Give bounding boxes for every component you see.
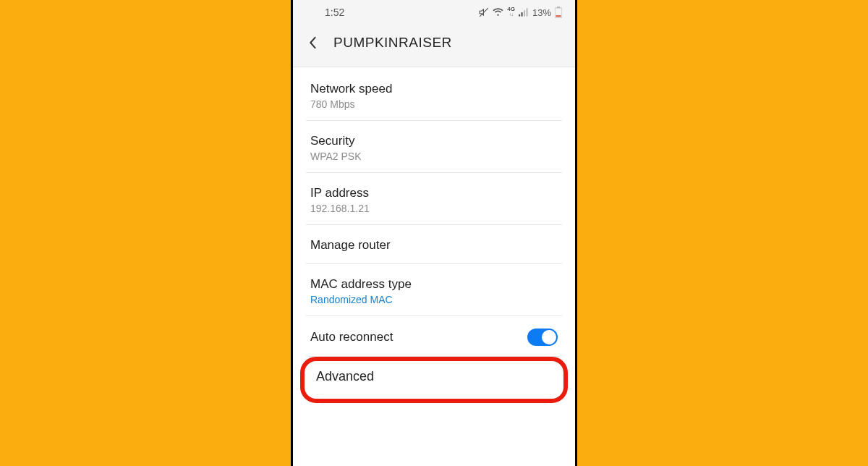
auto-reconnect-label: Auto reconnect bbox=[310, 329, 393, 345]
back-button[interactable] bbox=[305, 35, 320, 51]
mac-address-type-item[interactable]: MAC address type Randomized MAC bbox=[306, 264, 562, 316]
ip-address-value: 192.168.1.21 bbox=[310, 203, 558, 214]
app-header: PUMPKINRAISER bbox=[293, 25, 575, 67]
ip-address-item[interactable]: IP address 192.168.1.21 bbox=[306, 173, 562, 225]
battery-percent: 13% bbox=[532, 7, 551, 18]
advanced-label: Advanced bbox=[316, 369, 552, 384]
auto-reconnect-toggle[interactable] bbox=[527, 329, 558, 346]
svg-rect-1 bbox=[521, 12, 522, 17]
manage-router-item[interactable]: Manage router bbox=[306, 225, 562, 264]
page-title: PUMPKINRAISER bbox=[333, 35, 452, 51]
advanced-item[interactable]: Advanced bbox=[306, 357, 562, 394]
manage-router-label: Manage router bbox=[310, 237, 558, 253]
status-time: 1:52 bbox=[325, 7, 344, 18]
battery-icon bbox=[555, 7, 562, 18]
network-speed-value: 780 Mbps bbox=[310, 98, 558, 110]
mac-type-value: Randomized MAC bbox=[310, 294, 558, 305]
mac-type-label: MAC address type bbox=[310, 276, 558, 292]
network-speed-item[interactable]: Network speed 780 Mbps bbox=[306, 69, 562, 121]
settings-list: Network speed 780 Mbps Security WPA2 PSK… bbox=[293, 67, 575, 466]
signal-icon bbox=[519, 8, 529, 17]
auto-reconnect-item[interactable]: Auto reconnect bbox=[306, 316, 562, 357]
ip-address-label: IP address bbox=[310, 185, 558, 201]
svg-rect-3 bbox=[526, 8, 527, 16]
security-value: WPA2 PSK bbox=[310, 151, 558, 162]
wifi-icon bbox=[493, 8, 503, 17]
mute-icon bbox=[479, 7, 489, 17]
svg-rect-2 bbox=[524, 10, 525, 16]
network-4g-icon: 4G↑↓ bbox=[507, 7, 515, 17]
network-speed-label: Network speed bbox=[310, 81, 558, 97]
svg-rect-0 bbox=[519, 14, 520, 17]
svg-rect-6 bbox=[556, 15, 561, 17]
status-bar: 1:52 4G↑↓ 13% bbox=[293, 0, 575, 25]
security-label: Security bbox=[310, 133, 558, 149]
toggle-knob bbox=[542, 330, 556, 344]
phone-frame: 1:52 4G↑↓ 13% PUMPKINRAISER Network spe bbox=[291, 0, 577, 466]
security-item[interactable]: Security WPA2 PSK bbox=[306, 121, 562, 173]
